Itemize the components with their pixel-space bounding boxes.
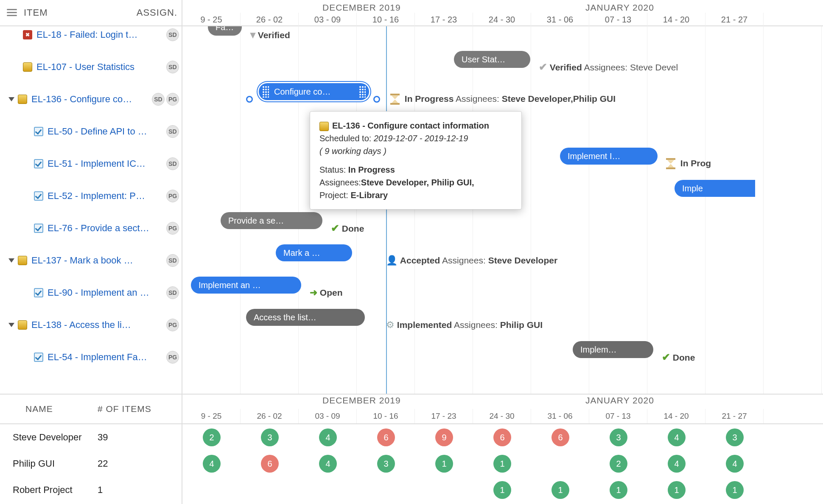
task-icon	[34, 159, 43, 168]
expand-caret-icon[interactable]	[8, 97, 14, 101]
workload-bubble[interactable]: 1	[726, 481, 744, 499]
item-link[interactable]: EL-18 - Failed: Login to the	[36, 29, 138, 40]
task-tooltip: EL-136 - Configure contact information S…	[310, 111, 522, 210]
avatar[interactable]: SD	[166, 157, 179, 170]
item-link[interactable]: EL-50 - Define API to set c	[48, 126, 149, 137]
workload-row: 11111	[182, 477, 823, 503]
avatar[interactable]: SD	[166, 125, 179, 138]
resize-handle-right[interactable]	[373, 96, 380, 103]
task-bar[interactable]: User Stat…	[454, 51, 530, 68]
assignee-avatars: SD	[166, 125, 179, 138]
week-column: 9 - 25	[182, 409, 241, 423]
avatar[interactable]: PG	[166, 190, 179, 202]
tree-item[interactable]: EL-54 - Implement FavoritePG	[0, 341, 182, 373]
hourglass-icon	[390, 94, 400, 105]
bar-status: In Prog	[666, 158, 711, 169]
workload-bubble[interactable]: 1	[493, 481, 511, 499]
accepted-icon: 👤	[386, 255, 398, 266]
workload-summary: NAME # OF ITEMS DECEMBER 2019 JANUARY 20…	[0, 394, 823, 504]
workload-bubble[interactable]: 6	[551, 428, 569, 446]
workload-bubble[interactable]: 4	[319, 455, 337, 473]
week-column: 21 - 27	[705, 13, 764, 26]
workload-bubble[interactable]: 3	[377, 455, 395, 473]
expand-caret-icon[interactable]	[8, 258, 14, 263]
avatar[interactable]: SD	[152, 93, 165, 106]
avatar[interactable]: SD	[166, 286, 179, 299]
tree-item[interactable]: EL-136 - Configure contact inSDPG	[0, 83, 182, 115]
workload-bubble[interactable]: 6	[377, 428, 395, 446]
task-bar[interactable]: Mark a …	[276, 244, 352, 261]
workload-bubble[interactable]: 1	[551, 481, 569, 499]
workload-bubble[interactable]: 1	[493, 455, 511, 473]
workload-bubble[interactable]: 1	[435, 455, 453, 473]
item-link[interactable]: EL-137 - Mark a book as favo	[31, 255, 133, 266]
workload-bubble[interactable]: 1	[610, 481, 627, 499]
task-bar[interactable]: Implement I…	[560, 148, 658, 165]
task-bar[interactable]: Fa…	[208, 26, 242, 36]
task-bar[interactable]: Imple	[675, 180, 755, 197]
resize-handle-left[interactable]	[246, 96, 253, 103]
tree-item[interactable]: EL-52 - Implement: PermisPG	[0, 180, 182, 212]
item-link[interactable]: EL-138 - Access the list of fav	[31, 319, 133, 330]
tree-item[interactable]: EL-76 - Provide a section oPG	[0, 212, 182, 244]
workload-bubble[interactable]: 4	[668, 428, 686, 446]
item-link[interactable]: EL-52 - Implement: Permis	[48, 190, 149, 202]
workload-bubble[interactable]: 2	[610, 455, 627, 473]
task-bar[interactable]: Provide a se…	[221, 212, 322, 229]
defect-icon: ✖	[23, 30, 32, 39]
workload-bubble[interactable]: 2	[203, 428, 221, 446]
task-bar[interactable]: Access the list…	[246, 309, 365, 326]
task-icon	[34, 353, 43, 362]
avatar[interactable]: SD	[166, 254, 179, 267]
workload-bubble[interactable]: 6	[493, 428, 511, 446]
workload-bubble[interactable]: 9	[435, 428, 453, 446]
workload-bubble[interactable]: 4	[726, 455, 744, 473]
tooltip-working-days: ( 9 working days )	[319, 146, 386, 156]
bar-status: ➜ Open	[310, 287, 343, 298]
workload-bubble[interactable]: 3	[261, 428, 279, 446]
workload-bubble[interactable]: 1	[668, 481, 686, 499]
week-column: 17 - 23	[415, 409, 473, 423]
tree-item[interactable]: EL-107 - User StatisticsSD	[0, 51, 182, 83]
task-bar-selected[interactable]: Configure co…	[259, 83, 369, 100]
week-column: 26 - 02	[241, 13, 299, 26]
bar-label: Mark a …	[283, 248, 320, 258]
item-link[interactable]: EL-136 - Configure contact in	[31, 94, 133, 105]
task-bar[interactable]: Implement an …	[191, 277, 301, 294]
item-link[interactable]: EL-76 - Provide a section o	[48, 223, 149, 234]
tooltip-scheduled-value: 2019-12-07 - 2019-12-19	[374, 134, 468, 143]
tree-item[interactable]: EL-51 - Implement IContacSD	[0, 148, 182, 180]
workload-bubble[interactable]: 3	[726, 428, 744, 446]
item-column-label: ITEM	[24, 7, 48, 18]
tree-item[interactable]: EL-50 - Define API to set cSD	[0, 115, 182, 148]
task-bar[interactable]: Implem…	[573, 341, 653, 358]
tree-item[interactable]: ✖EL-18 - Failed: Login to theSD	[0, 26, 182, 51]
tree-item[interactable]: EL-137 - Mark a book as favoSD	[0, 244, 182, 277]
tree-item[interactable]: EL-138 - Access the list of favPG	[0, 309, 182, 341]
avatar[interactable]: PG	[166, 351, 179, 364]
item-link[interactable]: EL-107 - User Statistics	[36, 62, 134, 73]
drag-handle-icon[interactable]	[359, 86, 366, 98]
assignee-name: Robert Project	[0, 484, 98, 496]
avatar[interactable]: PG	[166, 222, 179, 235]
expand-caret-icon[interactable]	[8, 323, 14, 327]
gantt-chart[interactable]: Fa… ▾ Verified User Stat… ✔ Verified Ass…	[182, 26, 823, 394]
workload-bubble[interactable]: 4	[668, 455, 686, 473]
assignee-column-label: ASSIGN.	[137, 7, 177, 18]
avatar[interactable]: PG	[166, 319, 179, 331]
avatar[interactable]: SD	[166, 61, 179, 73]
item-link[interactable]: EL-51 - Implement IContac	[48, 158, 149, 169]
avatar[interactable]: PG	[166, 93, 179, 106]
item-link[interactable]: EL-54 - Implement Favorite	[48, 352, 149, 363]
workload-bubble[interactable]: 4	[203, 455, 221, 473]
workload-bubble[interactable]: 4	[319, 428, 337, 446]
week-column: 21 - 27	[705, 409, 764, 423]
tree-item[interactable]: EL-90 - Implement an actioSD	[0, 277, 182, 309]
drag-handle-icon[interactable]	[262, 86, 269, 98]
workload-bubble[interactable]: 6	[261, 455, 279, 473]
item-link[interactable]: EL-90 - Implement an actio	[48, 287, 149, 298]
menu-icon[interactable]	[7, 9, 17, 17]
workload-bubble[interactable]: 3	[610, 428, 627, 446]
avatar[interactable]: SD	[166, 28, 179, 41]
gantt-row: Provide a se… ✔ Done	[182, 212, 823, 244]
